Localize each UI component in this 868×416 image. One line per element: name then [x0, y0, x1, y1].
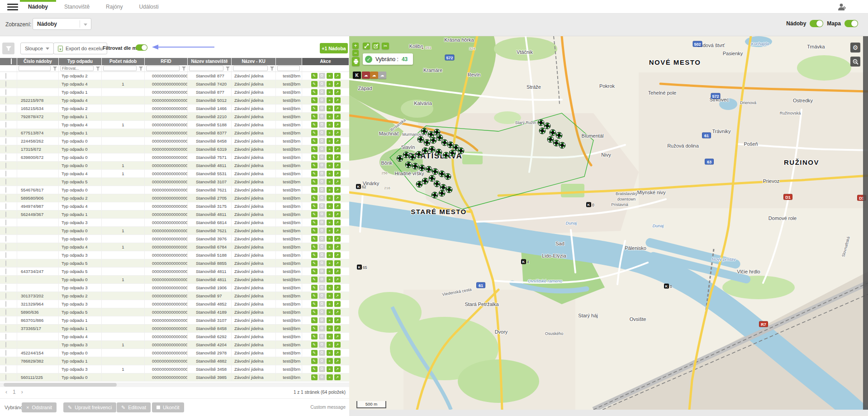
delete-button[interactable]: × — [327, 244, 333, 250]
upravit-frekvenci-button[interactable]: ✎Upravit frekvenci — [63, 402, 116, 412]
duplicate-button[interactable] — [319, 285, 325, 291]
toggle-nádoby[interactable] — [810, 20, 823, 27]
open-button[interactable]: ↗ — [334, 130, 341, 136]
duplicate-button[interactable] — [319, 342, 325, 348]
columns-button[interactable]: Sloupce — [20, 43, 54, 54]
delete-button[interactable]: × — [327, 81, 333, 87]
next-page-button[interactable]: › — [21, 389, 23, 395]
open-button[interactable]: ↗ — [334, 317, 341, 323]
duplicate-button[interactable] — [319, 81, 325, 87]
duplicate-button[interactable] — [319, 154, 325, 160]
delete-button[interactable]: × — [327, 130, 333, 136]
edit-button[interactable]: ✎ — [311, 89, 318, 95]
open-button[interactable]: ↗ — [334, 146, 341, 152]
funnel-icon[interactable] — [96, 67, 100, 71]
delete-button[interactable]: × — [327, 203, 333, 209]
nav-tab-nádoby[interactable]: Nádoby — [20, 0, 56, 14]
container-marker[interactable] — [434, 181, 441, 187]
duplicate-button[interactable] — [319, 277, 325, 282]
container-marker[interactable] — [416, 151, 422, 158]
delete-button[interactable]: × — [327, 334, 333, 339]
container-marker[interactable] — [446, 186, 453, 193]
open-button[interactable]: ↗ — [334, 171, 341, 177]
container-marker[interactable] — [432, 168, 439, 175]
row-checkbox[interactable] — [5, 114, 6, 120]
container-marker[interactable] — [550, 129, 556, 136]
container-marker[interactable] — [426, 166, 432, 173]
delete-button[interactable]: × — [327, 220, 333, 225]
funnel-icon[interactable] — [139, 67, 143, 71]
cut-polygon-button[interactable]: ✂ — [382, 43, 389, 49]
table-row[interactable]: 863701/886Typ odpadu 1000000000000000...… — [0, 316, 349, 325]
row-checkbox[interactable] — [5, 293, 6, 299]
edit-button[interactable]: ✎ — [311, 236, 318, 242]
open-button[interactable]: ↗ — [334, 252, 341, 258]
edit-button[interactable]: ✎ — [311, 260, 318, 266]
edit-button[interactable]: ✎ — [311, 325, 318, 331]
duplicate-button[interactable] — [319, 374, 325, 380]
delete-button[interactable]: × — [327, 122, 333, 128]
funnel-icon[interactable] — [270, 67, 274, 71]
open-button[interactable]: ↗ — [334, 105, 341, 111]
view-select[interactable]: Nádoby — [33, 18, 91, 30]
container-marker[interactable] — [397, 155, 403, 162]
table-row[interactable]: 17315/672Typ odpadu 0000000000000000...S… — [0, 145, 349, 153]
duplicate-button[interactable] — [319, 236, 325, 242]
table-row[interactable]: Typ odpadu 01000000000000000...Stanovišt… — [0, 276, 349, 284]
container-marker[interactable] — [424, 139, 431, 146]
delete-button[interactable]: × — [327, 366, 333, 372]
duplicate-button[interactable] — [319, 187, 325, 193]
open-button[interactable]: ↗ — [334, 277, 341, 282]
open-button[interactable]: ↗ — [334, 301, 341, 307]
edit-button[interactable]: ✎ — [311, 195, 318, 201]
row-checkbox[interactable] — [5, 309, 6, 315]
open-button[interactable]: ↗ — [334, 211, 341, 217]
edit-button[interactable]: ✎ — [311, 309, 318, 315]
edit-button[interactable]: ✎ — [311, 293, 318, 299]
edit-button[interactable]: ✎ — [311, 334, 318, 339]
table-row[interactable]: 562449/367Typ odpadu 1000000000000000...… — [0, 210, 349, 219]
delete-button[interactable]: × — [327, 154, 333, 160]
open-button[interactable]: ↗ — [334, 154, 341, 160]
row-checkbox[interactable] — [5, 171, 6, 177]
delete-button[interactable]: × — [327, 325, 333, 331]
column-header[interactable]: Číslo nádoby — [17, 58, 59, 65]
print-map-button[interactable] — [352, 57, 360, 66]
open-button[interactable]: ↗ — [334, 89, 341, 95]
row-checkbox[interactable] — [5, 130, 6, 136]
row-checkbox[interactable] — [5, 268, 6, 274]
container-marker[interactable] — [416, 181, 423, 188]
edit-button[interactable]: ✎ — [311, 374, 318, 380]
container-marker[interactable] — [412, 163, 419, 170]
edit-button[interactable]: ✎ — [311, 342, 318, 348]
container-marker[interactable] — [429, 146, 436, 153]
delete-button[interactable]: × — [327, 350, 333, 356]
duplicate-button[interactable] — [319, 73, 325, 79]
column-header[interactable]: Název - KU — [232, 58, 276, 65]
table-row[interactable]: Typ odpadu 01000000000000000...Stanovišt… — [0, 227, 349, 235]
table-row[interactable]: 252215/978Typ odpadu 4000000000000000...… — [0, 96, 349, 105]
table-row[interactable]: Typ odpadu 41000000000000000...Stanovišt… — [0, 80, 349, 88]
funnel-icon[interactable] — [226, 67, 230, 71]
container-marker[interactable] — [419, 165, 426, 172]
table-row[interactable]: Typ odpadu 31000000000000000...Stanovišt… — [0, 365, 349, 373]
duplicate-button[interactable] — [319, 252, 325, 258]
row-checkbox[interactable] — [5, 358, 6, 364]
open-button[interactable]: ↗ — [334, 163, 341, 168]
edit-button[interactable]: ✎ — [311, 130, 318, 136]
table-row[interactable]: 452244/154Typ odpadu 0000000000000000...… — [0, 349, 349, 357]
edit-button[interactable]: ✎ — [311, 81, 318, 87]
edit-button[interactable]: ✎ — [311, 73, 318, 79]
container-marker[interactable] — [405, 162, 412, 168]
open-button[interactable]: ↗ — [334, 325, 341, 331]
table-row[interactable]: 224458/262Typ odpadu 0000000000000000...… — [0, 137, 349, 145]
duplicate-button[interactable] — [319, 97, 325, 103]
table-row[interactable]: 792878/472Typ odpadu 1000000000000000...… — [0, 113, 349, 121]
edit-button[interactable]: ✎ — [311, 366, 318, 372]
open-button[interactable]: ↗ — [334, 220, 341, 225]
delete-button[interactable]: × — [327, 211, 333, 217]
open-button[interactable]: ↗ — [334, 138, 341, 144]
column-header[interactable]: Počet nádob — [102, 58, 145, 65]
duplicate-button[interactable] — [319, 260, 325, 266]
row-checkbox[interactable] — [5, 146, 6, 152]
